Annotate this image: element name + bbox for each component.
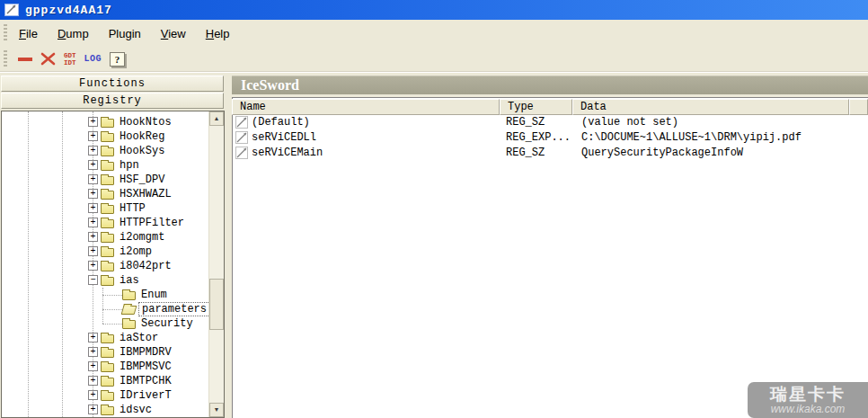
column-header-data[interactable]: Data [572, 99, 849, 115]
watermark: 瑞星卡卡 www.ikaka.com [748, 382, 868, 418]
tree-item[interactable]: + HookReg [2, 129, 208, 144]
help-button[interactable]: ? [110, 52, 125, 67]
string-value-icon [235, 147, 248, 165]
tree-item[interactable]: + IBMTPCHK [2, 374, 208, 388]
value-name-cell: seRViCEDLl [252, 130, 316, 146]
tree-item[interactable]: parameters [2, 302, 208, 316]
expand-toggle-icon[interactable]: + [88, 405, 98, 414]
tree-scrollbar[interactable]: ▲ ▼ [208, 111, 224, 417]
functions-panel-button[interactable]: Functions [1, 76, 224, 92]
tree-item-label: IBMTPCHK [117, 374, 174, 388]
column-header-name[interactable]: Name [232, 99, 500, 115]
expand-toggle-icon[interactable]: + [88, 160, 98, 170]
expand-toggle-icon[interactable]: + [88, 174, 98, 184]
folder-icon [101, 205, 114, 214]
folder-icon [101, 262, 114, 271]
tree-item-label: iaStor [117, 331, 161, 345]
expand-toggle-icon[interactable]: + [88, 361, 98, 371]
tree-item[interactable]: + HookNtos [2, 115, 208, 129]
tree-item[interactable]: − ias [2, 273, 208, 288]
tree-item[interactable]: + i2omgmt [2, 230, 208, 245]
folder-icon [121, 306, 137, 315]
tree-item[interactable]: + i2omp [2, 245, 208, 259]
delete-button[interactable] [40, 52, 56, 66]
tree-item[interactable]: Enum [2, 288, 208, 302]
expand-toggle-icon[interactable]: + [88, 189, 98, 199]
folder-icon [122, 291, 136, 300]
menu-item[interactable]: Help [199, 24, 236, 43]
tree-item[interactable]: + HSXHWAZL [2, 187, 208, 201]
tree-item-label: i2omgmt [117, 230, 167, 245]
registry-value-row[interactable]: (Default) REG_SZ (value not set) [232, 115, 868, 130]
menu-item-label: iew [168, 27, 186, 40]
tree-item[interactable]: + IBMPMDRV [2, 345, 208, 360]
tree-item[interactable]: + i8042prt [2, 259, 208, 273]
tree-item-label: HookNtos [117, 115, 174, 129]
folder-icon [101, 392, 114, 401]
expand-toggle-icon[interactable]: + [88, 117, 98, 127]
panel-splitter[interactable] [225, 73, 232, 418]
watermark-brand: 瑞星卡卡 [770, 386, 846, 404]
menu-item[interactable]: Dump [51, 24, 95, 43]
scroll-down-arrow-icon[interactable]: ▼ [209, 403, 224, 417]
tree-item-label: HSXHWAZL [117, 187, 174, 201]
gdt-label: GDT [64, 52, 76, 59]
tree-item[interactable]: Security [2, 316, 208, 331]
app-icon [4, 4, 19, 16]
tree-item[interactable]: + IBMPMSVC [2, 360, 208, 374]
registry-value-row[interactable]: seRViCEDLl REG_EXP... C:\DOCUME~1\ALLUSE… [232, 130, 868, 146]
tree-item[interactable]: + HookSys [2, 144, 208, 158]
tree-item[interactable]: + HTTPFilter [2, 216, 208, 230]
watermark-url: www.ikaka.com [771, 404, 846, 415]
tree-item[interactable]: + iaStor [2, 331, 208, 345]
value-type-cell: REG_SZ [506, 146, 545, 161]
titlebar: gppzvd4AA17 [0, 0, 868, 20]
menu-item[interactable]: Plugin [102, 24, 147, 43]
folder-icon [101, 119, 114, 128]
folder-icon [122, 320, 136, 329]
tree-item-label: i2omp [117, 245, 155, 259]
scroll-up-arrow-icon[interactable]: ▲ [209, 111, 224, 126]
tree-item[interactable]: + hpn [2, 158, 208, 173]
list-header: Name Type Data [232, 99, 868, 115]
expand-toggle-icon[interactable]: + [88, 203, 98, 213]
expand-toggle-icon[interactable]: + [88, 246, 98, 256]
log-label: LOG [84, 54, 102, 64]
tree-item-label: IBMPMDRV [117, 345, 174, 360]
expand-toggle-icon[interactable]: + [88, 390, 98, 400]
tree-item[interactable]: + IDriverT [2, 388, 208, 403]
menu-items-container: FileDumpPluginViewHelp [13, 24, 244, 43]
registry-panel-button[interactable]: Registry [1, 93, 224, 109]
remove-button[interactable] [13, 58, 32, 61]
folder-icon [101, 349, 114, 358]
scrollbar-thumb[interactable] [209, 279, 224, 330]
toolbar-grip-handle[interactable] [4, 50, 7, 68]
menu-item[interactable]: View [155, 24, 192, 43]
tree-item[interactable]: + HTTP [2, 201, 208, 216]
tree-item-label: hpn [117, 158, 142, 173]
expand-toggle-icon[interactable]: + [88, 218, 98, 227]
menu-item-accel: H [206, 27, 214, 40]
expand-toggle-icon[interactable]: + [88, 376, 98, 386]
tree-item[interactable]: + HSF_DPV [2, 173, 208, 187]
log-button[interactable]: LOG [84, 54, 102, 64]
gdt-idt-button[interactable]: GDT IDT [64, 52, 76, 67]
tree-item[interactable]: + idsvc [2, 403, 208, 417]
folder-icon [101, 248, 114, 257]
menu-item[interactable]: File [13, 24, 44, 43]
registry-value-row[interactable]: seRViCEMain REG_SZ QuerySecurityPackageI… [232, 146, 868, 161]
menubar-grip-handle[interactable] [4, 24, 7, 42]
expand-toggle-icon[interactable]: + [88, 261, 98, 271]
folder-icon [101, 147, 114, 156]
icesword-window: gppzvd4AA17 FileDumpPluginViewHelp GDT I… [0, 0, 868, 418]
registry-tree: + HookNtos + HookReg + HookSys + hpn + H… [1, 111, 225, 418]
expand-toggle-icon[interactable]: + [88, 131, 98, 141]
value-name-cell: (Default) [252, 115, 310, 130]
column-header-type[interactable]: Type [500, 99, 572, 115]
expand-toggle-icon[interactable]: + [88, 232, 98, 242]
expand-toggle-icon[interactable]: − [88, 275, 98, 285]
expand-toggle-icon[interactable]: + [88, 146, 98, 156]
expand-toggle-icon[interactable]: + [88, 333, 98, 342]
menu-item-accel: D [58, 27, 66, 40]
expand-toggle-icon[interactable]: + [88, 347, 98, 357]
